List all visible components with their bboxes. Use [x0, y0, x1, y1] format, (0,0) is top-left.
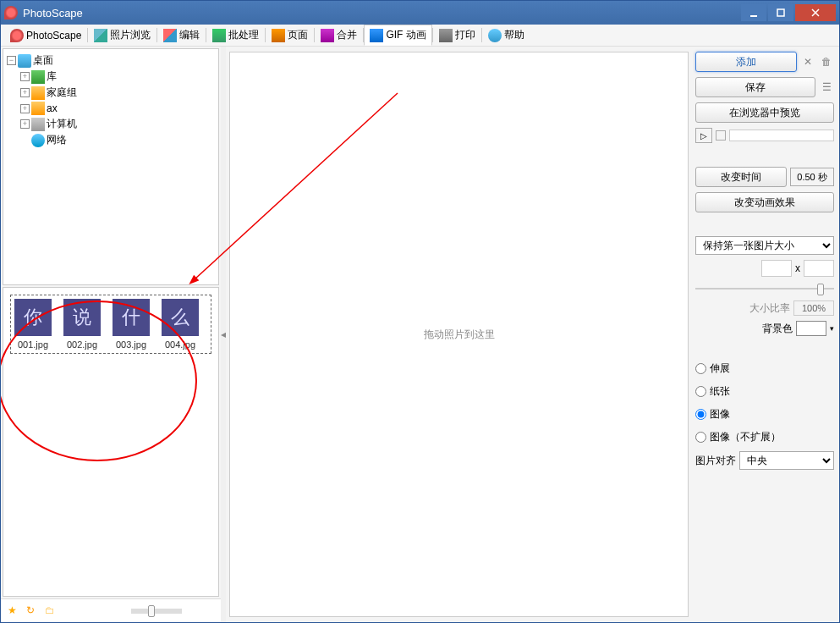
svg-rect-0 — [750, 15, 757, 17]
bottom-toolbar: ★ ↻ 🗀 — [1, 598, 221, 622]
change-time-button[interactable]: 改变时间 — [695, 167, 787, 187]
collapse-icon[interactable]: − — [7, 56, 16, 65]
fit-paper-radio[interactable]: 纸张 — [695, 383, 834, 400]
gif-icon — [370, 29, 383, 42]
expand-icon[interactable]: + — [20, 104, 30, 113]
tree-node-label: ax — [47, 102, 58, 114]
expand-icon[interactable]: + — [20, 119, 30, 129]
play-button[interactable]: ▷ — [695, 128, 712, 143]
thumbnail-filename: 001.jpg — [14, 339, 52, 350]
align-label: 图片对齐 — [695, 454, 736, 468]
align-select[interactable]: 中央 — [739, 451, 834, 470]
delete-icon[interactable]: ✕ — [800, 54, 815, 69]
tree-node-label: 家庭组 — [47, 85, 77, 100]
folder-tree[interactable]: −桌面 +库 +家庭组 +ax +计算机 网络 — [3, 48, 219, 285]
tab-page[interactable]: 页面 — [266, 25, 314, 46]
desktop-icon — [18, 54, 31, 68]
left-panel: −桌面 +库 +家庭组 +ax +计算机 网络 你001.jpg 说002.jp… — [1, 47, 221, 622]
tab-help[interactable]: 帮助 — [482, 25, 530, 46]
computer-icon — [31, 118, 45, 131]
app-window: PhotoScape PhotoScape 照片浏览 编辑 批处理 页面 合并 … — [0, 0, 840, 623]
svg-rect-1 — [777, 9, 784, 16]
dimension-x: x — [795, 262, 800, 274]
refresh-icon[interactable]: ↻ — [26, 604, 40, 618]
favorite-icon[interactable]: ★ — [8, 604, 21, 618]
library-icon — [31, 70, 45, 84]
drop-placeholder-text: 拖动照片到这里 — [424, 328, 495, 342]
bgcolor-label: 背景色 — [762, 322, 793, 336]
preview-drop-area[interactable]: 拖动照片到这里 — [229, 52, 689, 617]
page-icon — [272, 29, 285, 42]
folder-icon[interactable]: 🗀 — [45, 604, 58, 618]
stop-button[interactable] — [716, 130, 726, 141]
change-effect-button[interactable]: 改变动画效果 — [695, 192, 834, 212]
tab-merge[interactable]: 合并 — [315, 25, 363, 46]
thumbnail-item[interactable]: 说002.jpg — [63, 299, 101, 350]
thumbnail-filename: 003.jpg — [113, 339, 150, 350]
help-icon — [488, 29, 502, 42]
trash-icon[interactable]: 🗑 — [819, 54, 834, 69]
thumbnails-selection: 你001.jpg 说002.jpg 什003.jpg 么004.jpg — [10, 295, 211, 354]
thumbnail-filename: 004.jpg — [162, 339, 199, 350]
progress-bar — [729, 130, 834, 141]
tab-print[interactable]: 打印 — [433, 25, 481, 46]
bgcolor-swatch[interactable] — [796, 321, 826, 336]
window-title: PhotoScape — [23, 7, 741, 19]
main-content: −桌面 +库 +家庭组 +ax +计算机 网络 你001.jpg 说002.jp… — [1, 47, 839, 622]
height-input[interactable] — [804, 260, 834, 277]
preview-in-browser-button[interactable]: 在浏览器中预览 — [695, 102, 834, 123]
edit-icon — [163, 29, 177, 42]
fit-image-radio[interactable]: 图像 — [695, 405, 834, 423]
tab-gif-anim[interactable]: GIF 动画 — [364, 25, 431, 46]
tab-photo-browse[interactable]: 照片浏览 — [88, 25, 156, 46]
tab-edit[interactable]: 编辑 — [157, 25, 206, 46]
homegroup-icon — [31, 86, 45, 100]
width-input[interactable] — [761, 260, 792, 277]
menu-icon[interactable]: ☰ — [819, 80, 834, 95]
expand-icon[interactable]: + — [20, 72, 30, 81]
bgcolor-dropdown-icon[interactable]: ▾ — [830, 324, 834, 333]
thumbnail-size-slider[interactable] — [131, 609, 182, 614]
thumbnail-item[interactable]: 什003.jpg — [113, 299, 150, 350]
time-display: 0.50 秒 — [790, 168, 834, 186]
preview-panel: 拖动照片到这里 — [226, 47, 690, 622]
size-mode-select[interactable]: 保持第一张图片大小 — [695, 236, 834, 255]
thumbnail-filename: 002.jpg — [63, 339, 101, 350]
minimize-button[interactable] — [741, 4, 766, 21]
fit-stretch-radio[interactable]: 伸展 — [695, 360, 834, 378]
tab-photoscape[interactable]: PhotoScape — [4, 25, 87, 46]
tree-node-label: 库 — [47, 69, 57, 84]
ratio-label: 大小比率 — [749, 301, 790, 316]
app-icon — [4, 6, 18, 19]
user-folder-icon — [31, 102, 45, 115]
fit-image-noexpand-radio[interactable]: 图像（不扩展） — [695, 428, 834, 446]
tree-node-label: 计算机 — [47, 117, 77, 131]
thumbnail-item[interactable]: 你001.jpg — [14, 299, 52, 350]
print-icon — [439, 29, 453, 42]
expand-icon[interactable]: + — [20, 88, 30, 97]
photo-browse-icon — [94, 29, 107, 42]
ratio-value: 100% — [793, 300, 834, 316]
thumbnail-image: 你 — [14, 299, 52, 336]
right-sidebar: 添加 ✕ 🗑 保存 ☰ 在浏览器中预览 ▷ 改变时间 0.50 秒 改变动画效果 — [690, 47, 839, 622]
thumbnail-image: 么 — [162, 299, 199, 336]
photoscape-icon — [10, 29, 24, 42]
thumbnails-panel[interactable]: 你001.jpg 说002.jpg 什003.jpg 么004.jpg — [3, 287, 219, 597]
thumbnail-image: 什 — [113, 299, 150, 336]
add-button[interactable]: 添加 — [695, 52, 797, 72]
titlebar: PhotoScape — [1, 1, 839, 25]
thumbnail-image: 说 — [63, 299, 101, 336]
network-icon — [31, 134, 45, 147]
tree-node-label: 网络 — [47, 133, 67, 147]
save-button[interactable]: 保存 — [695, 77, 815, 97]
maximize-button[interactable] — [768, 4, 793, 21]
merge-icon — [321, 29, 334, 42]
tree-node-label: 桌面 — [33, 53, 53, 68]
thumbnail-item[interactable]: 么004.jpg — [162, 299, 199, 350]
tab-batch[interactable]: 批处理 — [206, 25, 265, 46]
batch-icon — [212, 29, 226, 42]
ratio-slider[interactable] — [695, 282, 834, 295]
main-tabbar: PhotoScape 照片浏览 编辑 批处理 页面 合并 GIF 动画 打印 帮… — [1, 25, 839, 47]
close-button[interactable] — [795, 4, 836, 21]
